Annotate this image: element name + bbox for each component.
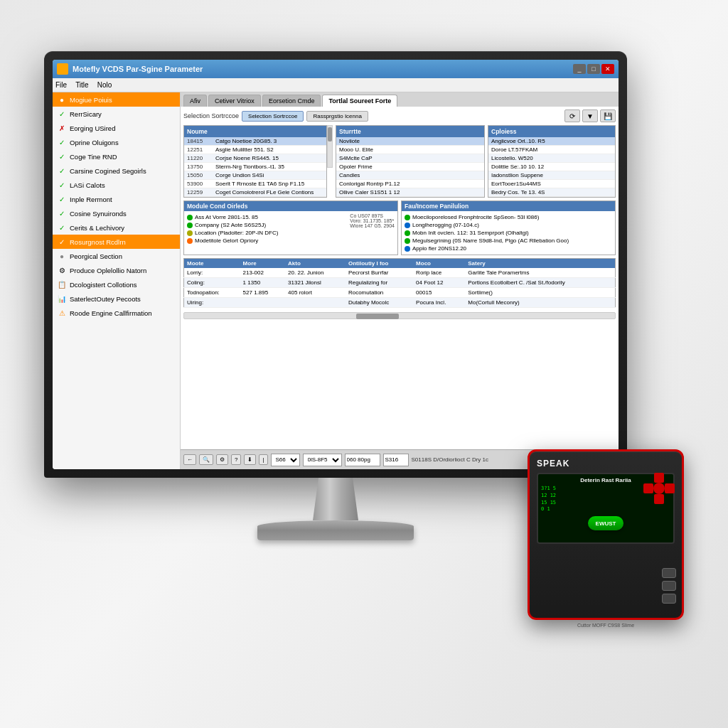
fault-line-2: Mobn Inlt ovclen. 112: 31 Semprport (Olh… — [405, 229, 612, 237]
dpad-right[interactable] — [665, 483, 675, 493]
sidebar-item-dcologistert[interactable]: 📋 Dcologistert Collotions — [53, 277, 180, 291]
fault-income-box: Fau/Income Panilulion Moeciloporelosed F… — [401, 200, 616, 255]
tab-eorsetion[interactable]: Eorsetion Cmde — [262, 95, 321, 107]
table-row-5[interactable]: 53900 Soerlt T Rrnoste E1 TA6 Snp F1.15 — [184, 180, 326, 188]
status-row-0[interactable]: Novliote — [336, 137, 484, 146]
dpad-up[interactable] — [654, 473, 664, 483]
side-btn-3[interactable] — [662, 594, 676, 604]
help-button[interactable]: ? — [231, 454, 241, 465]
sidebar-item-mogiue[interactable]: ● Mogiue Poiuis — [53, 92, 180, 107]
tab-cetiver[interactable]: Cetiver Vitriox — [208, 95, 261, 107]
options-row-2[interactable]: Licostello. W520 — [488, 154, 615, 163]
device-body: SPEAK Deterin Rast Rariia 3?1 5 12 12 15… — [528, 449, 684, 620]
sel-btn1[interactable]: Selection Sortrccoe — [242, 111, 304, 122]
fault-line-4: Applo fler 20NS12.20 — [405, 245, 612, 252]
options-row-6[interactable]: Bedry Cos. Te 13. 4S — [488, 188, 615, 197]
content-area: Afiv Cetiver Vitriox Eorsetion Cmde Tort… — [181, 92, 619, 469]
fault-1-5: Portlons Ecotlolbert C. /Sat St./fodorit… — [465, 278, 615, 288]
status1: Mooo U. Elite — [339, 146, 481, 153]
device-green-btn[interactable]: EWUST — [588, 516, 623, 530]
toolbar-select1[interactable]: S66 — [271, 454, 300, 466]
options-row-5[interactable]: EortTooer1Su44MS — [488, 180, 615, 188]
toolbar-select2[interactable]: 0lS-8F5 — [303, 454, 342, 466]
sel-btn2[interactable]: Rassprgstio Icenna — [306, 111, 368, 122]
fault-1-2: 31321 Jilonsl — [285, 278, 346, 288]
status-row-5[interactable]: Conlorigal Rontrp P1.12 — [336, 180, 484, 188]
sidebar-item-peorgical[interactable]: ● Peorgical Section — [53, 249, 180, 263]
dpad-down[interactable] — [654, 494, 664, 504]
row4-name: Corge Undion S4Si — [215, 172, 323, 178]
close-button[interactable]: ✕ — [601, 64, 614, 74]
fault-row-2[interactable]: Todnopation: 527 1.895 405 rolort Rocomu… — [184, 288, 616, 298]
sidebar-item-cerits[interactable]: ✓ Cerits & Lechivory — [53, 220, 180, 235]
module-cond-content: Ass At Vorre 2801-15. 85 Company (S2 Aot… — [184, 211, 397, 247]
sidebar-item-oprine[interactable]: ✓ Oprine Oluigons — [53, 135, 180, 149]
dpad-left[interactable] — [643, 483, 653, 493]
device-dpad — [643, 473, 675, 504]
table-row-0[interactable]: 18415 Catgo Noetioe 20G85. 3 — [184, 137, 326, 146]
table-row-2[interactable]: 11220 Corjse Noene RS445. 15 — [184, 154, 326, 163]
sidebar-item-rosurgnost[interactable]: ✓ Rosurgnost Rcdlrn — [53, 235, 180, 249]
toolbar-input2[interactable] — [383, 454, 409, 466]
sidebar-item-produce[interactable]: ⚙ Produce Oplelollio Natorn — [53, 263, 180, 277]
back-button[interactable]: ← — [183, 454, 196, 465]
status-row-2[interactable]: S4Mclte CaP — [336, 154, 484, 163]
menu-nolo[interactable]: Nolo — [97, 81, 112, 89]
download-button[interactable]: ⬇ — [244, 454, 256, 465]
tab-tortlal[interactable]: Tortlal Soureet Forte — [322, 95, 397, 107]
fault-2-0: Todnopation: — [184, 288, 240, 298]
sidebar-item-cosine[interactable]: ✓ Cosine Synuironds — [53, 206, 180, 220]
settings-button[interactable]: ⚙ — [216, 454, 228, 465]
fault-table: Moote More Akto Ontiloutiy I foo Moco Sa… — [183, 258, 616, 308]
table-row-6[interactable]: 12259 Coget Comolotrerol FLe Gele Contio… — [184, 188, 326, 197]
sidebar-item-carsine[interactable]: ✓ Carsine Cogined Segoirls — [53, 164, 180, 178]
toolbar-icon-refresh[interactable]: ⟳ — [564, 109, 580, 122]
fault-row-3[interactable]: Uiring: Dutabhy Mocolc Pocura Incl. Mo(C… — [184, 298, 616, 308]
status-row-3[interactable]: Opoler Frime — [336, 163, 484, 171]
toolbar-icon-save[interactable]: 💾 — [600, 109, 616, 122]
table-row-3[interactable]: 13750 Sterm-Nrg Tiontbors.-t1. 35 — [184, 163, 326, 171]
minimize-button[interactable]: _ — [573, 64, 586, 74]
sidebar-item-eorging[interactable]: ✗ Eorging USired — [53, 121, 180, 135]
sidebar-item-saterlect[interactable]: 📊 SaterlectOutey Pecoots — [53, 291, 180, 306]
sidebar-icon-14: 📊 — [57, 294, 67, 304]
sidebar-label-10: Rosurgnost Rcdlrn — [70, 238, 126, 246]
status-row-4[interactable]: Candles — [336, 171, 484, 180]
maximize-button[interactable]: □ — [587, 64, 600, 74]
options-row-1[interactable]: Doroe LT.57FKAM — [488, 146, 615, 154]
sidebar-item-roode[interactable]: ⚠ Roode Engine Callfirmation — [53, 306, 180, 320]
toolbar-icon-filter[interactable]: ▼ — [582, 109, 598, 122]
side-btn-2[interactable] — [662, 581, 676, 591]
horizontal-scrollbar[interactable] — [183, 312, 616, 319]
module-line-1: Company (S2 Aote S6S25J) — [187, 221, 347, 229]
fault-row-0[interactable]: Lorriy: 213-002 20. 22. Junion Pecrorst … — [184, 268, 616, 278]
options-row-0[interactable]: Anglicvoe Orl..10. R5 — [488, 137, 615, 146]
sidebar-item-rerrsicary[interactable]: ✓ RerrSicary — [53, 107, 180, 121]
fi-text-3: Megulsegrining (0S Narre S9d8-Ind, Plgo … — [412, 237, 569, 244]
main-table-scrollbar[interactable] — [327, 125, 333, 168]
toolbar-input1[interactable] — [345, 454, 380, 466]
toolbar-btn-extra[interactable]: | — [259, 454, 267, 465]
main-table-wrapper: Noume 18415 Catgo Noetioe 20G85. 3 12251 — [183, 125, 333, 198]
sidebar-item-lasi[interactable]: ✓ LASi Calots — [53, 178, 180, 192]
search-button[interactable]: 🔍 — [199, 454, 213, 465]
fault-income-header: Fau/Income Panilulion — [402, 201, 615, 211]
sidebar-item-inple[interactable]: ✓ Inple Rermont — [53, 192, 180, 206]
status-row-6[interactable]: Ollive Caler S1S51 1 12 — [336, 188, 484, 197]
options-row-4[interactable]: Iadonstlion Suppene — [488, 171, 615, 180]
fi-text-0: Moeciloporelosed Fronphtrocite SpSeon- 5… — [412, 214, 539, 220]
menu-title[interactable]: Title — [75, 81, 89, 89]
status-row-1[interactable]: Mooo U. Elite — [336, 146, 484, 154]
fault-row-1[interactable]: Coling: 1 1350 31321 Jilonsl Regulalizin… — [184, 278, 616, 288]
dpad-center[interactable] — [653, 483, 665, 494]
tab-afiv[interactable]: Afiv — [183, 95, 207, 107]
fi-bullet-4 — [405, 246, 410, 252]
fault-3-3: Dutabhy Mocolc — [346, 298, 413, 308]
table-row-1[interactable]: 12251 Asglie Muliltter 551. S2 — [184, 146, 326, 154]
menu-file[interactable]: File — [55, 81, 67, 89]
options-row-3[interactable]: Dolittle Se:.10 10. 12 — [488, 163, 615, 171]
fault-col-header-2: Akto — [285, 259, 346, 269]
table-row-4[interactable]: 15050 Corge Undion S4Si — [184, 171, 326, 180]
sidebar-item-coge[interactable]: ✓ Coge Tine RND — [53, 149, 180, 164]
side-btn-1[interactable] — [662, 568, 676, 578]
